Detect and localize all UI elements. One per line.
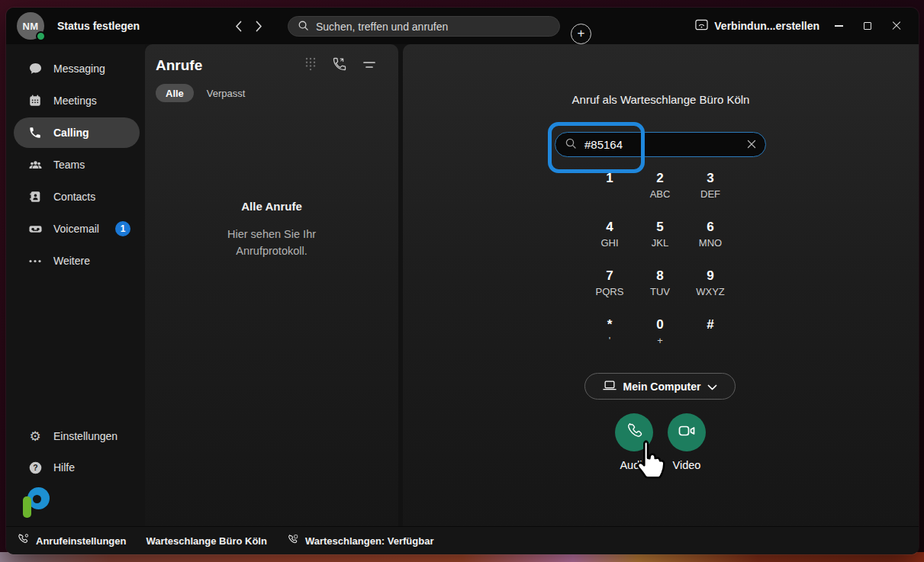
new-call-icon[interactable] <box>332 56 347 75</box>
laptop-icon <box>603 380 617 393</box>
audio-call-button[interactable] <box>615 413 653 451</box>
sidebar-item-label: Calling <box>53 127 89 139</box>
device-selector-label: Mein Computer <box>623 381 701 393</box>
statusbar: Anrufeinstellungen Warteschlange Büro Kö… <box>6 526 919 554</box>
search-icon <box>565 137 577 153</box>
calls-panel-title: Anrufe <box>156 57 202 74</box>
key-6[interactable]: 6MNO <box>685 218 736 267</box>
queue-status-button[interactable]: Warteschlangen: Verfügbar <box>287 534 434 548</box>
main-area: Messaging Meetings Calling Teams <box>6 44 919 526</box>
key-hash[interactable]: # <box>685 316 736 364</box>
sidebar-item-settings[interactable]: ⚙ Einstellungen <box>14 421 140 451</box>
video-call-button[interactable] <box>668 413 706 451</box>
sidebar-item-label: Hilfe <box>53 461 75 474</box>
maximize-button[interactable] <box>853 8 882 44</box>
tab-missed[interactable]: Verpasst <box>207 88 246 99</box>
svg-text:?: ? <box>33 464 37 472</box>
chat-bubble-icon <box>27 61 43 76</box>
sidebar-item-label: Einstellungen <box>53 430 118 442</box>
sidebar-item-more[interactable]: Weitere <box>14 246 140 276</box>
help-icon: ? <box>27 460 43 475</box>
key-1[interactable]: 1 <box>584 169 635 218</box>
app-window: NM Status festlegen Suchen, treffen und … <box>6 8 919 554</box>
connect-device-button[interactable]: Verbindun...erstellen <box>691 19 824 33</box>
content-panels: Anrufe Alle Verpa <box>145 44 919 526</box>
empty-state-title: Alle Anrufe <box>241 200 301 213</box>
sidebar-item-messaging[interactable]: Messaging <box>14 53 140 84</box>
video-call-label: Video <box>656 459 717 471</box>
key-4[interactable]: 4GHI <box>584 218 635 267</box>
sidebar-item-label: Voicemail <box>53 223 99 235</box>
maximize-icon <box>864 22 871 30</box>
sidebar-item-help[interactable]: ? Hilfe <box>14 452 140 483</box>
dialpad-icon[interactable] <box>305 57 316 74</box>
sidebar-item-label: Contacts <box>53 191 95 203</box>
people-icon <box>27 157 43 172</box>
back-button[interactable] <box>235 21 242 32</box>
titlebar: NM Status festlegen Suchen, treffen und … <box>6 8 919 44</box>
sidebar-footer: ⚙ Einstellungen ? Hilfe <box>6 420 145 523</box>
calls-filter-tabs: Alle Verpasst <box>156 84 398 102</box>
queue-name-label: Warteschlange Büro Köln <box>146 535 266 547</box>
connect-device-label: Verbindun...erstellen <box>714 20 819 32</box>
key-5[interactable]: 5JKL <box>635 218 685 267</box>
sidebar-item-label: Messaging <box>53 63 105 75</box>
filter-icon[interactable] <box>363 59 375 72</box>
presence-dot-icon <box>36 31 46 41</box>
close-button[interactable] <box>882 8 911 44</box>
key-3[interactable]: 3DEF <box>685 169 736 218</box>
sidebar: Messaging Meetings Calling Teams <box>6 44 145 526</box>
screen-share-icon <box>695 19 708 33</box>
voicemail-badge: 1 <box>115 221 130 236</box>
queue-status-label: Warteschlangen: Verfügbar <box>305 535 434 547</box>
queue-status-icon <box>287 534 299 548</box>
sidebar-item-teams[interactable]: Teams <box>14 149 140 180</box>
dial-input-value: #85164 <box>584 138 747 151</box>
voicemail-icon <box>27 221 43 236</box>
add-button[interactable]: + <box>571 24 591 44</box>
call-settings-label: Anrufeinstellungen <box>36 535 126 547</box>
audio-call-label: Audio <box>604 459 665 471</box>
user-avatar[interactable]: NM <box>17 12 44 40</box>
chevron-down-icon <box>707 381 717 393</box>
gear-icon: ⚙ <box>27 429 43 444</box>
phone-icon <box>27 125 43 140</box>
key-7[interactable]: 7PQRS <box>584 267 635 316</box>
dial-panel: Anruf als Warteschlange Büro Köln #85164… <box>403 44 919 526</box>
key-star[interactable]: *' <box>584 316 635 364</box>
ellipsis-icon <box>27 253 43 268</box>
sidebar-item-contacts[interactable]: Contacts <box>14 181 140 212</box>
empty-state-subtitle: Hier sehen Sie Ihr Anrufprotokoll. <box>206 226 337 259</box>
phone-icon <box>626 422 643 443</box>
key-9[interactable]: 9WXYZ <box>685 267 736 316</box>
search-icon <box>298 20 309 34</box>
set-status-button[interactable]: Status festlegen <box>57 20 140 32</box>
dial-number-input[interactable]: #85164 <box>555 132 766 157</box>
sidebar-item-calling[interactable]: Calling <box>14 117 140 148</box>
placetel-logo <box>21 487 50 519</box>
key-8[interactable]: 8TUV <box>635 267 685 316</box>
call-settings-button[interactable]: Anrufeinstellungen <box>17 533 126 548</box>
sidebar-item-meetings[interactable]: Meetings <box>14 85 140 116</box>
calls-empty-state: Alle Anrufe Hier sehen Sie Ihr Anrufprot… <box>145 200 398 259</box>
video-camera-icon <box>678 423 696 442</box>
sidebar-item-label: Teams <box>53 159 85 171</box>
minimize-button[interactable] <box>824 8 853 44</box>
forward-button[interactable] <box>256 21 262 32</box>
close-icon <box>892 21 901 31</box>
device-selector-button[interactable]: Mein Computer <box>584 373 736 400</box>
key-0[interactable]: 0+ <box>635 316 685 364</box>
global-search-input[interactable]: Suchen, treffen und anrufen <box>288 16 560 37</box>
dial-panel-title: Anruf als Warteschlange Büro Köln <box>403 93 919 106</box>
key-2[interactable]: 2ABC <box>635 169 685 218</box>
search-placeholder: Suchen, treffen und anrufen <box>316 21 448 33</box>
sidebar-item-label: Meetings <box>53 95 97 107</box>
queue-name-button[interactable]: Warteschlange Büro Köln <box>146 535 266 547</box>
sidebar-item-voicemail[interactable]: Voicemail 1 <box>14 214 140 244</box>
tab-all[interactable]: Alle <box>156 84 194 102</box>
clear-input-icon[interactable] <box>747 138 756 152</box>
phone-settings-icon <box>17 533 30 548</box>
calendar-icon <box>27 93 43 108</box>
sidebar-item-label: Weitere <box>53 255 90 267</box>
keypad: 1 2ABC 3DEF 4GHI 5JKL 6MNO 7PQRS 8TUV 9W… <box>584 169 736 364</box>
